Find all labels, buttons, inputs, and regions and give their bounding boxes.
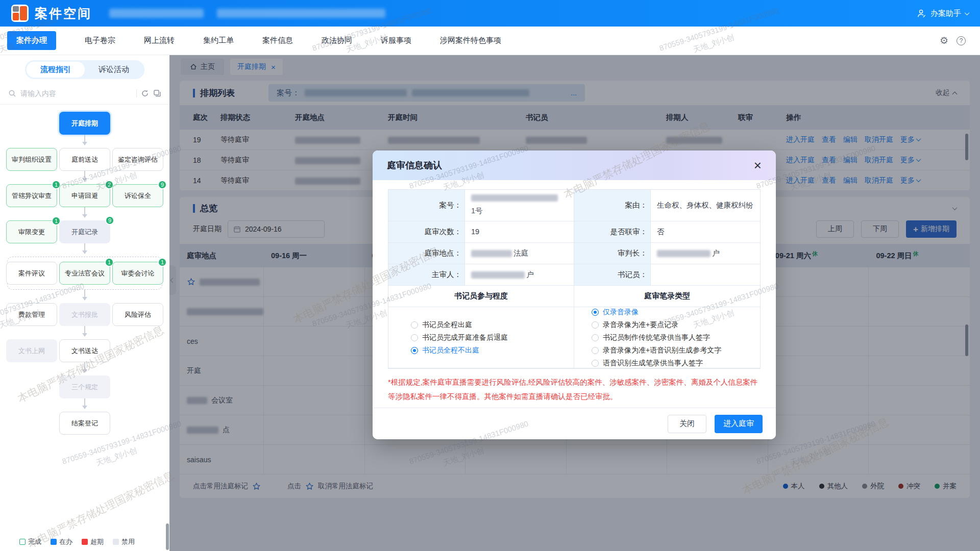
flow-row: 文书上网文书送达 — [6, 339, 163, 362]
flow-arrow-row — [6, 362, 163, 375]
field-label: 是否联审： — [574, 221, 651, 243]
flow-node[interactable]: 案件评议 — [6, 262, 57, 285]
nav-item-4[interactable]: 集约工单 — [203, 36, 234, 45]
legend-label: 在办 — [59, 537, 72, 546]
radio-label: 书记员制作传统笔录供当事人签字 — [603, 333, 710, 342]
record-type-option-4[interactable]: 录音录像为准+语音识别生成参考文字 — [592, 346, 760, 355]
flow-node[interactable]: 审判组织设置 — [6, 148, 57, 171]
process-flowchart: 开庭排期审判组织设置庭前送达鉴定咨询评估管辖异议审查1申请回避2诉讼保全9审限变… — [0, 105, 169, 435]
legend-swatch — [19, 539, 26, 545]
redacted-header-text — [109, 9, 204, 18]
hearing-confirm-modal: 庭审信息确认 × 案号：1号案由：生命权、身体权、健康权纠纷庭审次数：19是否联… — [373, 151, 776, 439]
arrow-down-icon — [84, 362, 85, 372]
flow-node[interactable]: 费款管理 — [6, 303, 57, 326]
nav-item-7[interactable]: 诉服事项 — [381, 36, 411, 45]
field-value: 户 — [465, 264, 574, 286]
redacted-value — [471, 194, 558, 202]
field-label: 庭审地点： — [388, 243, 465, 264]
sidebar-tab-1[interactable]: 流程指引 — [27, 62, 85, 78]
field-label: 审判长： — [574, 243, 651, 264]
field-value: 19 — [465, 221, 574, 243]
app-logo-icon — [11, 5, 29, 22]
flow-node[interactable]: 诉讼保全9 — [112, 184, 163, 207]
search-input[interactable] — [20, 89, 132, 97]
flow-arrow-row — [6, 243, 163, 257]
flow-node[interactable]: 文书上网 — [6, 339, 57, 362]
redacted-value — [657, 250, 710, 257]
count-badge: 9 — [158, 180, 167, 189]
flow-node[interactable]: 管辖异议审查1 — [6, 184, 57, 207]
flow-node[interactable]: 三个规定 — [59, 375, 110, 398]
sidebar-tab-2[interactable]: 诉讼活动 — [85, 62, 143, 78]
arrow-down-icon — [84, 290, 85, 300]
arrow-down-icon — [84, 398, 85, 409]
field-value-text: 户 — [526, 269, 534, 281]
flow-node[interactable]: 庭前送达 — [59, 148, 110, 171]
field-label: 案由： — [574, 190, 651, 221]
flow-node[interactable]: 审限变更1 — [6, 220, 57, 243]
flow-arrow-row — [6, 207, 163, 220]
redacted-header-text — [217, 9, 385, 18]
nav-item-3[interactable]: 网上流转 — [144, 36, 175, 45]
flow-row: 结案登记 — [6, 412, 163, 435]
participation-option-2[interactable]: 书记员完成开庭准备后退庭 — [411, 333, 574, 342]
sidebar-search — [0, 82, 169, 105]
app-title: 案件空间 — [35, 5, 92, 22]
flow-node[interactable]: 审委会讨论1 — [112, 262, 163, 285]
radio-dot — [592, 334, 599, 341]
nav-item-2[interactable]: 电子卷宗 — [85, 36, 115, 45]
nav-item-5[interactable]: 案件信息 — [262, 36, 293, 45]
divider — [136, 89, 137, 97]
record-type-header: 庭审笔录类型 — [574, 286, 760, 307]
radio-label: 语音识别生成笔录供当事人签字 — [603, 359, 703, 368]
field-value-text: 户 — [712, 248, 720, 259]
enter-trial-button[interactable]: 进入庭审 — [715, 415, 763, 433]
nav-item-8[interactable]: 涉网案件特色事项 — [440, 36, 501, 45]
nav-item-6[interactable]: 政法协同 — [322, 36, 352, 45]
legend-swatch — [113, 539, 119, 545]
flow-empty-cell — [112, 220, 163, 243]
nav-item-1[interactable]: 案件办理 — [7, 31, 56, 50]
navbar-tools: ⚙ ? — [940, 36, 973, 45]
modal-body: 案号：1号案由：生命权、身体权、健康权纠纷庭审次数：19是否联审：否庭审地点：法… — [373, 180, 776, 404]
record-type-option-1[interactable]: 仅录音录像 — [592, 308, 760, 317]
flow-node[interactable]: 文书送达 — [59, 339, 110, 362]
flow-node[interactable]: 开庭记录9 — [59, 220, 110, 243]
help-icon[interactable]: ? — [957, 36, 966, 45]
flow-row: 案件评议专业法官会议1审委会讨论1 — [7, 257, 162, 290]
flow-empty-cell — [112, 412, 163, 435]
assistant-menu[interactable]: 办案助手 — [917, 9, 969, 18]
flow-row: 管辖异议审查1申请回避2诉讼保全9 — [6, 184, 163, 207]
settings-gear-icon[interactable]: ⚙ — [940, 36, 948, 45]
participation-option-1[interactable]: 书记员全程出庭 — [411, 320, 574, 330]
flow-node[interactable]: 申请回避2 — [59, 184, 110, 207]
flow-node[interactable]: 结案登记 — [59, 412, 110, 435]
field-value: 生命权、身体权、健康权纠纷 — [651, 190, 760, 221]
record-type-option-3[interactable]: 书记员制作传统笔录供当事人签字 — [592, 333, 760, 342]
legend-label: 禁用 — [121, 537, 135, 546]
flow-empty-cell — [112, 339, 163, 362]
flow-node[interactable]: 开庭排期 — [59, 112, 110, 135]
participation-option-3[interactable]: 书记员全程不出庭 — [411, 346, 574, 355]
flow-empty-cell — [6, 112, 57, 135]
flow-node[interactable]: 风险评估 — [112, 303, 163, 326]
layers-icon[interactable] — [153, 89, 161, 97]
count-badge: 1 — [158, 258, 167, 267]
close-button[interactable]: 关闭 — [668, 415, 706, 433]
record-type-option-2[interactable]: 录音录像为准+要点记录 — [592, 320, 760, 330]
flow-arrow-row — [6, 398, 163, 412]
sidebar-scrollbar[interactable] — [166, 523, 169, 550]
flow-node[interactable]: 文书报批 — [59, 303, 110, 326]
modal-title: 庭审信息确认 — [387, 159, 442, 171]
radio-dot — [592, 321, 599, 329]
main-navbar: 案件办理电子卷宗网上流转集约工单案件信息政法协同诉服事项涉网案件特色事项 ⚙ ? — [0, 27, 980, 55]
flow-node[interactable]: 鉴定咨询评估 — [112, 148, 163, 171]
modal-close-icon[interactable]: × — [754, 159, 762, 172]
flow-node[interactable]: 专业法官会议1 — [59, 262, 110, 285]
refresh-icon[interactable] — [141, 89, 149, 97]
radio-dot — [592, 360, 599, 367]
field-value: 户 — [651, 243, 760, 264]
legend-swatch — [51, 539, 57, 545]
record-type-option-5[interactable]: 语音识别生成笔录供当事人签字 — [592, 359, 760, 368]
flow-empty-cell — [6, 375, 57, 398]
